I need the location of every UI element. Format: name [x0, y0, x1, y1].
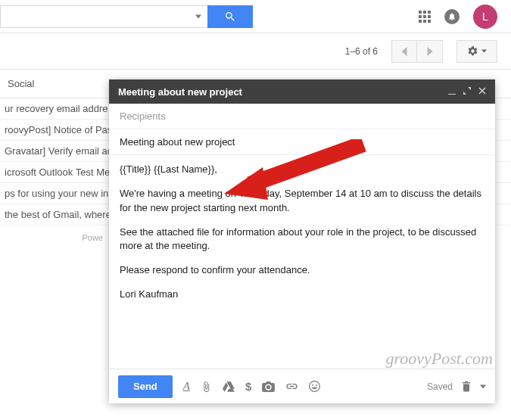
compose-body[interactable]: {{Title}} {{Last Name}}, We're having a … [109, 155, 495, 369]
account-avatar[interactable]: L [473, 5, 497, 29]
attach-icon[interactable] [201, 381, 212, 393]
pagination-count: 1–6 of 6 [345, 46, 378, 57]
tab-social[interactable]: Social [0, 70, 42, 98]
body-paragraph: See the attached file for information ab… [120, 226, 485, 254]
search-dropdown-toggle[interactable] [189, 6, 207, 27]
prev-page-button[interactable] [391, 40, 417, 63]
body-paragraph: We're having a meeting on Thursday, Sept… [120, 187, 485, 216]
photo-icon[interactable] [262, 381, 275, 392]
close-icon[interactable] [478, 86, 486, 97]
body-paragraph: Please respond to confirm your attendanc… [120, 263, 485, 278]
top-bar: L [0, 0, 511, 33]
saved-status: Saved [427, 381, 453, 392]
discard-icon[interactable] [462, 381, 471, 392]
subject-field[interactable]: Meeting about new project [109, 129, 495, 155]
next-page-button[interactable] [417, 40, 443, 63]
notifications-icon[interactable] [444, 9, 460, 24]
drive-icon[interactable] [223, 381, 235, 392]
compose-toolbar: Send A $ Saved [109, 369, 495, 403]
more-options-icon[interactable] [480, 384, 486, 390]
top-right-controls: L [419, 5, 511, 29]
search-box[interactable] [0, 5, 208, 28]
pagination-controls [391, 40, 443, 63]
settings-button[interactable] [456, 40, 497, 63]
list-toolbar: 1–6 of 6 [0, 33, 511, 70]
body-signature: Lori Kaufman [120, 288, 485, 302]
search-input[interactable] [1, 6, 189, 27]
footer-text: Powe [0, 226, 107, 250]
minimize-icon[interactable] [448, 86, 456, 97]
compose-title: Meeting about new project [118, 86, 242, 98]
format-icon[interactable]: A [183, 380, 190, 393]
money-icon[interactable]: $ [245, 380, 251, 393]
compose-header[interactable]: Meeting about new project [109, 79, 495, 104]
search-button[interactable] [207, 5, 253, 28]
body-greeting: {{Title}} {{Last Name}}, [120, 163, 485, 177]
compose-window: Meeting about new project Recipients Mee… [109, 79, 495, 403]
recipients-field[interactable]: Recipients [109, 104, 495, 129]
link-icon[interactable] [285, 383, 298, 390]
emoji-icon[interactable] [309, 381, 320, 392]
expand-icon[interactable] [463, 86, 471, 97]
send-button[interactable]: Send [118, 375, 173, 398]
apps-grid-icon[interactable] [419, 11, 431, 23]
